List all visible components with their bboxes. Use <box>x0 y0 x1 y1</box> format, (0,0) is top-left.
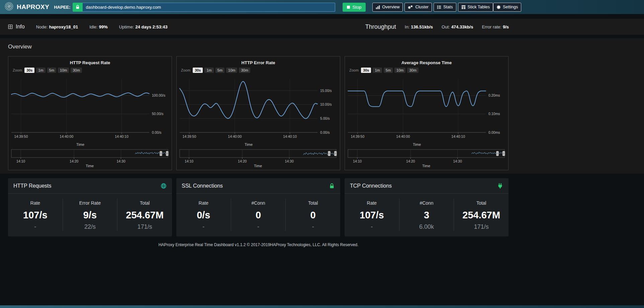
info-title[interactable]: Info <box>8 24 25 30</box>
node-info: Info Node:haproxy18_01 Idle:99% Uptime:2… <box>8 24 168 30</box>
svg-text:0.20ms: 0.20ms <box>488 93 500 97</box>
bar-chart-icon <box>376 5 380 9</box>
svg-text:14:30: 14:30 <box>116 159 125 163</box>
overview-section: Overview HTTP Request Rate Zoom 30s 1m 5… <box>0 38 644 174</box>
average-response-time-navigator[interactable]: 14:1014:2014:30Time <box>347 148 507 169</box>
footer: HAProxy Enterprise Real Time Dashboard v… <box>0 242 644 247</box>
card-title: SSL Connections <box>182 183 223 189</box>
hapee-label: HAPEE: <box>54 5 70 10</box>
http-error-rate-chart[interactable]: 0.00/s5.00/s10.00/s15.00/s14:39:5014:40:… <box>178 76 338 147</box>
zoom-5m-button[interactable]: 5m <box>215 68 224 73</box>
zoom-1m-button[interactable]: 1m <box>373 68 382 73</box>
bottom-accent-bar <box>0 305 644 308</box>
zoom-10m-button[interactable]: 10m <box>394 68 405 73</box>
metric-total: Total 0 - <box>286 198 340 231</box>
node-field: Node:haproxy18_01 <box>36 24 78 29</box>
zoom-controls: Zoom 30s 1m 5m 10m 30m <box>347 68 507 73</box>
zoom-5m-button[interactable]: 5m <box>47 68 56 73</box>
zoom-1m-button[interactable]: 1m <box>204 68 213 73</box>
metric-total: Total 254.67M 171/s <box>117 198 172 231</box>
svg-text:14:40:00: 14:40:00 <box>396 134 410 138</box>
page: HAPROXY HAPEE: Stop Overview <box>0 0 644 247</box>
chart-title: HTTP Error Rate <box>178 60 338 65</box>
idle-field: Idle:99% <box>89 24 108 29</box>
zoom-30s-button[interactable]: 30s <box>193 68 203 73</box>
haproxy-logo-icon <box>4 1 14 13</box>
card-ssl-connections: SSL Connections Rate 0/s - #Conn 0 - <box>176 178 340 236</box>
svg-text:14:10: 14:10 <box>16 159 25 163</box>
plug-icon <box>497 183 503 189</box>
svg-text:14:30: 14:30 <box>453 159 462 163</box>
globe-icon <box>161 183 167 189</box>
info-bar: Info Node:haproxy18_01 Idle:99% Uptime:2… <box>0 19 644 35</box>
stop-button[interactable]: Stop <box>343 3 366 12</box>
svg-text:14:30: 14:30 <box>285 159 293 163</box>
svg-text:14:40:00: 14:40:00 <box>228 134 242 138</box>
svg-text:14:20: 14:20 <box>238 159 247 163</box>
throughput-out-field: Out:474.33kb/s <box>442 24 473 29</box>
svg-text:Time: Time <box>413 142 421 146</box>
svg-text:0.10ms: 0.10ms <box>488 112 500 116</box>
top-navbar: HAPROXY HAPEE: Stop Overview <box>0 0 644 14</box>
stats-button[interactable]: Stats <box>434 3 456 12</box>
cluster-button[interactable]: Cluster <box>404 3 432 12</box>
overview-button-label: Overview <box>382 5 399 9</box>
svg-text:Time: Time <box>422 164 430 168</box>
zoom-label: Zoom <box>181 68 190 72</box>
svg-text:Time: Time <box>245 142 253 146</box>
url-input[interactable] <box>83 3 335 12</box>
card-title: TCP Connections <box>350 183 392 189</box>
brand-name: HAPROXY <box>17 3 49 11</box>
zoom-10m-button[interactable]: 10m <box>226 68 237 73</box>
svg-text:14:39:50: 14:39:50 <box>14 134 28 138</box>
zoom-30m-button[interactable]: 30m <box>407 68 418 73</box>
cluster-button-label: Cluster <box>415 5 429 9</box>
svg-text:15.00/s: 15.00/s <box>320 89 332 93</box>
info-grid-icon <box>8 24 13 29</box>
metric-rate: Rate 0/s - <box>176 198 231 231</box>
zoom-30m-button[interactable]: 30m <box>239 68 250 73</box>
metric-conn: #Conn 3 6.00k <box>399 198 454 231</box>
list-icon <box>437 5 441 9</box>
http-error-rate-navigator[interactable]: 14:1014:2014:30Time <box>178 148 338 169</box>
svg-text:14:20: 14:20 <box>70 159 78 163</box>
svg-text:14:10: 14:10 <box>353 159 362 163</box>
overview-button[interactable]: Overview <box>372 3 403 12</box>
svg-text:14:40:00: 14:40:00 <box>60 134 73 138</box>
settings-button[interactable]: Settings <box>493 3 521 12</box>
http-request-rate-chart[interactable]: 0.00/s50.00/s100.00/s14:39:5014:40:0014:… <box>10 76 170 147</box>
chart-title: Average Response Time <box>347 60 507 65</box>
zoom-10m-button[interactable]: 10m <box>58 68 69 73</box>
zoom-1m-button[interactable]: 1m <box>36 68 45 73</box>
stats-button-label: Stats <box>443 5 453 9</box>
error-rate-field: Error rate:9/s <box>482 24 509 29</box>
stick-tables-button[interactable]: Stick Tables <box>458 3 493 12</box>
chart-panel-http-error-rate: HTTP Error Rate Zoom 30s 1m 5m 10m 30m 0… <box>176 56 340 170</box>
svg-text:Time: Time <box>254 164 262 168</box>
average-response-time-chart[interactable]: 0.00ms0.10ms0.20ms14:39:5014:40:0014:40:… <box>347 76 507 147</box>
url-group <box>73 3 335 12</box>
metric-conn: #Conn 0 - <box>231 198 286 231</box>
stop-button-label: Stop <box>353 5 362 10</box>
brand: HAPROXY <box>4 1 49 13</box>
card-tcp-connections: TCP Connections Rate 107/s - #Conn 3 6.0… <box>345 178 509 236</box>
svg-text:14:40:10: 14:40:10 <box>115 134 128 138</box>
svg-text:Time: Time <box>86 164 94 168</box>
zoom-30s-button[interactable]: 30s <box>24 68 34 73</box>
lock-icon <box>329 183 335 189</box>
metric-rate: Rate 107/s - <box>345 198 399 231</box>
summary-cards: HTTP Requests Rate 107/s - Error Rate 9/… <box>0 178 644 236</box>
footer-text: HAProxy Enterprise Real Time Dashboard v… <box>8 242 509 247</box>
lock-icon <box>73 3 83 12</box>
table-grid-icon <box>461 5 466 9</box>
zoom-30s-button[interactable]: 30s <box>361 68 371 73</box>
svg-text:14:10: 14:10 <box>185 159 193 163</box>
svg-text:100.00/s: 100.00/s <box>152 93 165 97</box>
svg-text:Time: Time <box>76 142 84 146</box>
svg-text:10.00/s: 10.00/s <box>320 102 332 106</box>
http-request-rate-navigator[interactable]: 14:1014:2014:30Time <box>10 148 170 169</box>
throughput-in-field: In:136.51kb/s <box>405 24 433 29</box>
zoom-5m-button[interactable]: 5m <box>384 68 393 73</box>
zoom-30m-button[interactable]: 30m <box>71 68 82 73</box>
svg-text:14:40:10: 14:40:10 <box>283 134 297 138</box>
